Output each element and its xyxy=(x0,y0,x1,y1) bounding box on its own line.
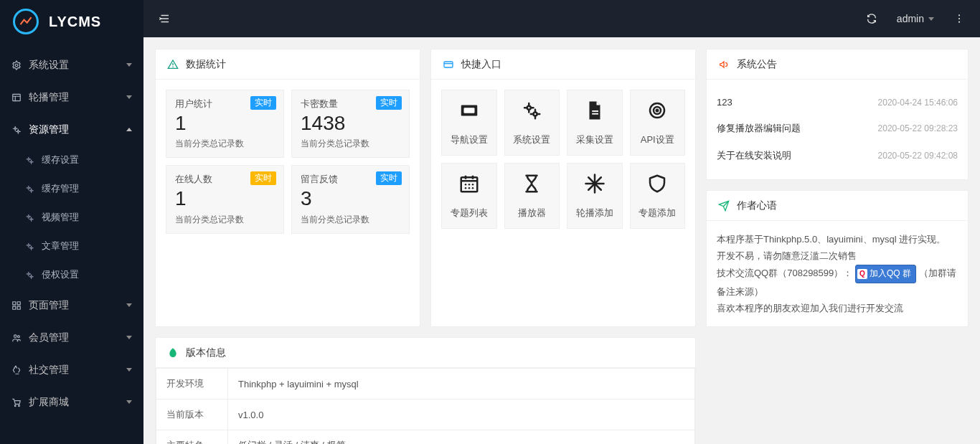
quick-label: 导航设置 xyxy=(451,133,488,146)
topbar: admin xyxy=(143,0,980,37)
author-note-title: 作者心语 xyxy=(737,199,777,212)
sidebar-item-3[interactable]: 页面管理 xyxy=(0,289,143,321)
sidebar-item-label: 社交管理 xyxy=(29,364,69,377)
side-menu: 系统设置轮播管理资源管理缓存设置缓存管理视频管理文章管理侵权设置页面管理会员管理… xyxy=(0,43,143,444)
sidebar-subitem-2-2[interactable]: 视频管理 xyxy=(13,203,143,232)
sidebar-item-5[interactable]: 社交管理 xyxy=(0,354,143,386)
sidebar-item-6[interactable]: 扩展商城 xyxy=(0,386,143,418)
sidebar-item-label: 扩展商城 xyxy=(29,396,69,409)
quick-cell-6[interactable]: 轮播添加 xyxy=(567,163,623,229)
announce-row[interactable]: 1232020-04-24 15:46:06 xyxy=(717,90,958,115)
qq-join-badge[interactable]: Q 加入QQ 群 xyxy=(855,265,916,283)
more-icon[interactable] xyxy=(953,12,966,25)
quick-cell-2[interactable]: 采集设置 xyxy=(567,90,623,156)
sidebar-subitem-2-4[interactable]: 侵权设置 xyxy=(13,260,143,289)
svg-point-4 xyxy=(14,128,16,129)
sidebar-item-4[interactable]: 会员管理 xyxy=(0,321,143,354)
nav-icon xyxy=(458,100,480,126)
version-key: 主要特色 xyxy=(156,430,228,444)
svg-point-8 xyxy=(27,186,29,188)
shield-icon xyxy=(646,173,668,199)
svg-point-7 xyxy=(30,161,32,162)
realtime-badge: 实时 xyxy=(376,96,402,110)
svg-point-20 xyxy=(14,334,17,337)
announce-row[interactable]: 关于在线安装说明2020-05-22 09:42:08 xyxy=(717,142,958,169)
user-name: admin xyxy=(897,13,924,24)
version-key: 开发环境 xyxy=(156,369,228,400)
svg-point-13 xyxy=(30,247,32,248)
qq-icon: Q xyxy=(857,269,867,279)
quick-card: 快捷入口 导航设置系统设置采集设置API设置专题列表播放器轮播添加专题添加 xyxy=(430,49,696,327)
note-line: 本程序基于Thinkphp.5.0、layuimini、mysql 进行实现。 xyxy=(717,231,958,247)
quick-cell-4[interactable]: 专题列表 xyxy=(441,163,497,229)
version-row: 开发环境Thinkphp + layuimini + mysql xyxy=(156,369,695,400)
svg-point-31 xyxy=(172,66,174,67)
users-icon xyxy=(11,333,22,343)
svg-point-47 xyxy=(465,184,467,186)
svg-rect-32 xyxy=(444,62,453,67)
quick-cell-7[interactable]: 专题添加 xyxy=(630,163,686,229)
menu-toggle-icon[interactable] xyxy=(158,12,171,25)
svg-point-5 xyxy=(17,131,19,132)
announce-title: 系统公告 xyxy=(737,58,777,71)
sidebar-item-1[interactable]: 轮播管理 xyxy=(0,81,143,113)
sidebar: LYCMS 系统设置轮播管理资源管理缓存设置缓存管理视频管理文章管理侵权设置页面… xyxy=(0,0,143,444)
svg-rect-38 xyxy=(592,110,598,112)
sidebar-subitem-2-0[interactable]: 缓存设置 xyxy=(13,146,143,174)
sidebar-item-label: 缓存管理 xyxy=(42,182,79,195)
quick-cell-1[interactable]: 系统设置 xyxy=(504,90,560,156)
sidebar-item-0[interactable]: 系统设置 xyxy=(0,49,143,81)
announce-text: 123 xyxy=(717,97,732,108)
svg-point-15 xyxy=(30,275,32,277)
svg-point-22 xyxy=(14,405,16,406)
leaf-icon xyxy=(167,347,179,359)
user-menu[interactable]: admin xyxy=(897,13,934,24)
chevron-down-icon xyxy=(126,368,132,372)
svg-point-23 xyxy=(19,405,20,406)
announce-row[interactable]: 修复播放器编辑问题2020-05-22 09:28:23 xyxy=(717,115,958,142)
gears-icon xyxy=(24,242,34,251)
author-note-body: 本程序基于Thinkphp.5.0、layuimini、mysql 进行实现。 … xyxy=(707,221,968,326)
svg-point-48 xyxy=(468,184,471,186)
credit-card-icon xyxy=(443,59,454,70)
svg-point-11 xyxy=(30,218,32,219)
quick-cell-5[interactable]: 播放器 xyxy=(504,163,560,229)
announce-date: 2020-05-22 09:28:23 xyxy=(878,123,958,133)
gears-icon xyxy=(24,156,34,165)
svg-rect-18 xyxy=(13,306,16,309)
sidebar-subitem-2-3[interactable]: 文章管理 xyxy=(13,232,143,260)
gears-icon xyxy=(11,125,22,135)
svg-point-27 xyxy=(958,14,960,16)
stat-value: 1 xyxy=(175,110,275,136)
stat-sub: 当前分类总记录数 xyxy=(301,214,400,226)
cart-icon xyxy=(11,397,22,407)
svg-rect-39 xyxy=(592,113,598,114)
logo[interactable]: LYCMS xyxy=(0,0,143,43)
sidebar-subitem-2-1[interactable]: 缓存管理 xyxy=(13,174,143,203)
announce-date: 2020-04-24 15:46:06 xyxy=(878,98,958,108)
svg-point-14 xyxy=(27,273,29,274)
grid-icon xyxy=(11,301,22,311)
calendar-icon xyxy=(458,173,480,199)
chevron-down-icon xyxy=(126,336,132,339)
warning-icon xyxy=(167,59,179,70)
sidebar-item-label: 页面管理 xyxy=(29,299,69,312)
stats-title: 数据统计 xyxy=(186,58,226,71)
version-row: 主要特色低门栏 / 灵活 / 清爽 / 极简 xyxy=(156,430,695,444)
stat-sub: 当前分类总记录数 xyxy=(301,138,400,150)
quick-label: 轮播添加 xyxy=(576,207,613,219)
version-card: 版本信息 开发环境Thinkphp + layuimini + mysql当前版… xyxy=(155,337,696,444)
version-value: v1.0.0 xyxy=(228,400,695,430)
svg-point-50 xyxy=(465,187,467,189)
chevron-down-icon xyxy=(126,95,132,99)
quick-label: 播放器 xyxy=(518,207,546,219)
quick-label: API设置 xyxy=(641,133,674,146)
sidebar-item-2[interactable]: 资源管理 xyxy=(0,113,143,146)
sidebar-item-label: 系统设置 xyxy=(29,59,69,72)
quick-cell-0[interactable]: 导航设置 xyxy=(441,90,497,156)
svg-point-37 xyxy=(534,112,537,115)
refresh-icon[interactable] xyxy=(865,12,878,25)
target-icon xyxy=(646,100,668,126)
stats-card: 数据统计 实时 用户统计 1 当前分类总记录数实时 卡密数量 1438 当前分类… xyxy=(155,49,420,327)
quick-cell-3[interactable]: API设置 xyxy=(630,90,686,156)
